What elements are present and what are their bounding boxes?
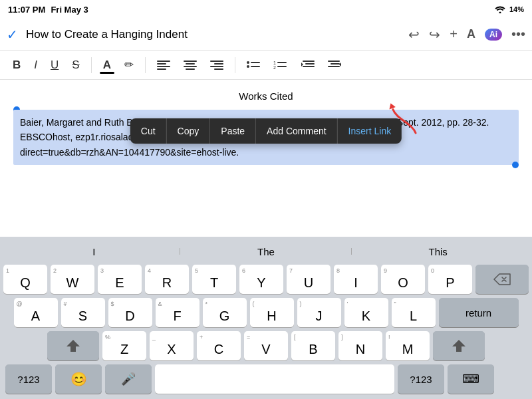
increase-indent-icon [328,60,342,70]
undo-button[interactable]: ↩ [408,27,420,43]
emoji-key[interactable]: 😊 [55,364,102,394]
svg-rect-5 [186,63,195,65]
key-d[interactable]: $D [108,298,152,327]
checkmark-button[interactable]: ✓ [7,27,18,43]
keyboard-key[interactable]: ⌨ [448,364,494,394]
key-a[interactable]: @A [14,298,58,327]
align-right-button[interactable] [207,57,227,73]
status-right: 14% [495,5,524,13]
svg-text:1: 1 [273,61,276,65]
key-e[interactable]: 3E [98,265,142,294]
key-j[interactable]: )J [297,298,341,327]
key-s[interactable]: #S [61,298,105,327]
copy-button[interactable]: Copy [167,118,211,144]
key-v[interactable]: =V [244,331,288,360]
space-key[interactable] [155,364,394,394]
mic-key[interactable]: 🎤 [105,364,152,394]
time: 11:07 PM [8,5,45,15]
date: Fri May 3 [51,5,88,15]
paste-button[interactable]: Paste [210,118,256,144]
section-title: Works Cited [13,90,519,102]
italic-button[interactable]: I [31,56,41,74]
key-rows: 1Q 2W 3E 4R 5T 6Y 7U 8I 9O 0P @A #S $D &… [3,265,529,394]
num-key-right[interactable]: ?123 [398,364,444,394]
return-key[interactable]: return [439,298,519,327]
unordered-list-icon [247,60,260,70]
format-toolbar: B I U S A ✏ [0,51,532,80]
highlight-button[interactable]: ✏ [121,55,137,74]
key-f[interactable]: &F [156,298,200,327]
align-left-button[interactable] [154,57,174,73]
selection-handle-bottom [512,162,519,168]
key-q[interactable]: 1Q [3,265,47,294]
add-button[interactable]: + [450,27,458,42]
svg-rect-10 [210,66,223,67]
separator-3 [235,57,235,73]
suggestion-the[interactable]: The [180,246,352,257]
svg-rect-21 [305,63,315,65]
separator-2 [145,57,146,73]
svg-rect-7 [186,68,195,70]
key-b[interactable]: [B [291,331,335,360]
battery: 14% [509,5,524,13]
key-n[interactable]: ]N [338,331,382,360]
svg-rect-1 [157,63,166,65]
more-button[interactable]: ••• [511,27,525,42]
key-row-3: %Z _X +C =V [B ]N !M [3,331,529,360]
key-p[interactable]: 0P [428,265,472,294]
svg-rect-0 [157,61,170,62]
num-key[interactable]: ?123 [5,364,52,394]
key-m[interactable]: !M [386,331,430,360]
ai-badge[interactable]: Ai [485,29,502,41]
strikethrough-button[interactable]: S [68,56,82,74]
key-z[interactable]: %Z [102,331,146,360]
key-c[interactable]: +C [197,331,241,360]
key-g[interactable]: *G [203,298,247,327]
svg-rect-3 [157,68,166,70]
suggestion-this[interactable]: This [352,246,524,257]
key-l[interactable]: "L [392,298,436,327]
bottom-row: ?123 😊 🎤 ?123 ⌨ [3,364,529,394]
svg-rect-8 [210,61,223,62]
shift-key-right[interactable] [433,331,485,360]
ordered-list-button[interactable]: 1 2 [270,57,290,73]
key-backspace[interactable] [475,265,529,294]
add-comment-button[interactable]: Add Comment [256,118,337,144]
key-o[interactable]: 9O [381,265,425,294]
key-h[interactable]: (H [250,298,294,327]
suggestions-row: I The This [3,241,529,262]
svg-rect-6 [184,66,197,67]
font-color-button[interactable]: A [100,56,114,74]
svg-rect-9 [214,63,223,65]
key-u[interactable]: 7U [287,265,331,294]
svg-rect-11 [214,68,223,70]
insert-link-button[interactable]: Insert Link [338,118,402,144]
key-i[interactable]: 8I [334,265,378,294]
shift-key-left[interactable] [47,331,99,360]
increase-indent-button[interactable] [325,57,346,73]
document-title: How to Create a Hanging Indent [26,28,403,41]
key-k[interactable]: 'K [344,298,388,327]
align-left-icon [157,60,170,70]
svg-rect-22 [303,66,315,67]
svg-text:2: 2 [273,65,276,70]
redo-button[interactable]: ↪ [429,27,440,43]
key-w[interactable]: 2W [51,265,94,294]
bold-button[interactable]: B [9,56,24,74]
unordered-list-button[interactable] [243,57,263,73]
svg-rect-23 [328,61,340,62]
svg-rect-2 [157,66,170,67]
decrease-indent-button[interactable] [297,57,318,73]
toolbar-icons: ↩ ↪ + A Ai ••• [408,27,525,43]
suggestion-i[interactable]: I [8,246,180,257]
align-center-button[interactable] [180,57,200,73]
svg-rect-15 [251,66,260,67]
cut-button[interactable]: Cut [130,118,167,144]
key-y[interactable]: 6Y [239,265,283,294]
font-button[interactable]: A [467,27,475,41]
underline-button[interactable]: U [47,56,62,74]
key-t[interactable]: 5T [192,265,236,294]
key-r[interactable]: 4R [145,265,189,294]
separator-1 [91,57,92,73]
key-x[interactable]: _X [150,331,194,360]
